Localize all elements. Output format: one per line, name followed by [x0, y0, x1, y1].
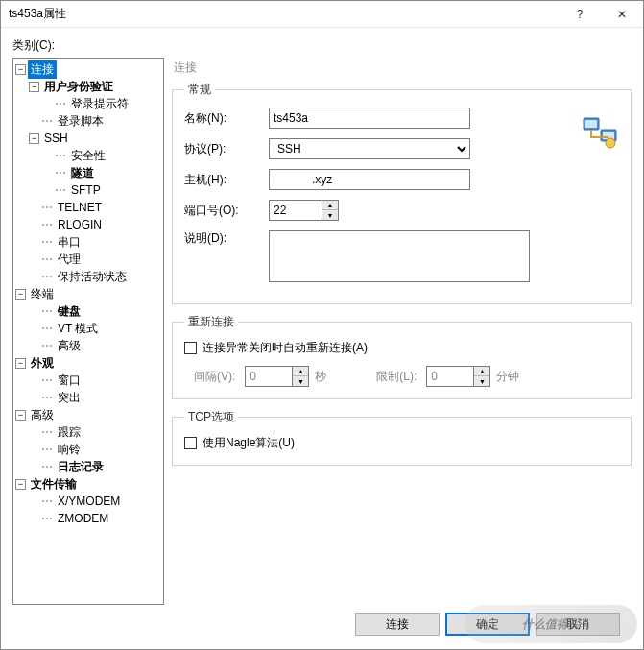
name-input[interactable]: [269, 108, 470, 129]
interval-spinner[interactable]: ▲▼: [245, 366, 309, 387]
tree-node-ssh[interactable]: − SSH: [29, 130, 163, 147]
help-button[interactable]: ?: [559, 1, 601, 28]
section-title: 连接: [174, 60, 632, 76]
collapse-icon[interactable]: −: [15, 479, 26, 490]
svg-rect-1: [585, 120, 597, 128]
tree-node-bell[interactable]: ⋯响铃: [29, 441, 163, 458]
dialog-footer: 连接 确定 取消: [12, 605, 632, 647]
cancel-button[interactable]: 取消: [536, 613, 620, 636]
collapse-icon[interactable]: −: [15, 289, 26, 300]
tree-node-file-transfer[interactable]: −文件传输: [15, 475, 163, 493]
minutes-label: 分钟: [496, 369, 519, 385]
interval-input[interactable]: [245, 366, 293, 387]
svg-point-4: [606, 138, 615, 148]
tree-node-log[interactable]: ⋯日志记录: [29, 458, 163, 475]
collapse-icon[interactable]: −: [29, 133, 39, 144]
tree-node-tunnel[interactable]: ⋯隧道: [42, 164, 163, 181]
category-tree[interactable]: − 连接 − 用户身份验证 ⋯登录提示符: [12, 58, 164, 605]
reconnect-group: 重新连接 连接异常关闭时自动重新连接(A) 间隔(V): ▲▼ 秒 限制(L: [172, 314, 632, 399]
tcp-group: TCP选项 使用Nagle算法(U): [172, 409, 632, 466]
spin-down-icon[interactable]: ▼: [322, 210, 338, 220]
limit-input[interactable]: [426, 366, 474, 387]
collapse-icon[interactable]: −: [15, 410, 26, 421]
tree-node-proxy[interactable]: ⋯代理: [29, 251, 163, 268]
desc-label: 说明(D):: [184, 230, 269, 247]
connect-button[interactable]: 连接: [355, 613, 440, 636]
tree-node-sftp[interactable]: ⋯SFTP: [42, 181, 163, 199]
general-legend: 常规: [184, 82, 215, 98]
host-input[interactable]: [269, 169, 470, 190]
tree-node-window[interactable]: ⋯窗口: [29, 372, 163, 389]
limit-spinner[interactable]: ▲▼: [426, 366, 490, 387]
tree-node-appearance[interactable]: −外观: [15, 354, 163, 372]
spin-up-icon[interactable]: ▲: [293, 367, 308, 376]
collapse-icon[interactable]: −: [15, 64, 26, 75]
port-spinner[interactable]: ▲▼: [269, 200, 339, 221]
tree-node-zmodem[interactable]: ⋯ZMODEM: [29, 510, 163, 527]
tree-node-keepalive[interactable]: ⋯保持活动状态: [29, 268, 163, 285]
tree-node-user-auth[interactable]: − 用户身份验证: [29, 78, 163, 95]
tree-node-keyboard[interactable]: ⋯键盘: [29, 302, 163, 320]
tree-node-security[interactable]: ⋯安全性: [42, 147, 163, 164]
spin-down-icon[interactable]: ▼: [474, 376, 489, 386]
spin-down-icon[interactable]: ▼: [293, 376, 308, 386]
tcp-legend: TCP选项: [184, 409, 238, 425]
dialog-body: 类别(C): − 连接 − 用户身份验证: [1, 28, 643, 649]
nagle-label: 使用Nagle算法(U): [203, 435, 295, 451]
tree-node-highlight[interactable]: ⋯突出: [29, 389, 163, 406]
ok-button[interactable]: 确定: [445, 613, 530, 636]
protocol-label: 协议(P):: [184, 141, 269, 157]
network-icon: [582, 114, 620, 149]
nagle-checkbox[interactable]: [184, 437, 197, 449]
close-button[interactable]: ✕: [601, 1, 643, 28]
tree-node-serial[interactable]: ⋯串口: [29, 233, 163, 251]
spin-up-icon[interactable]: ▲: [322, 201, 338, 210]
limit-label: 限制(L):: [376, 369, 417, 385]
tree-node-terminal-advanced[interactable]: ⋯高级: [29, 337, 163, 354]
name-label: 名称(N):: [184, 110, 269, 127]
tree-node-telnet[interactable]: ⋯TELNET: [29, 199, 163, 216]
spin-up-icon[interactable]: ▲: [474, 367, 489, 376]
titlebar: ts453a属性 ? ✕: [1, 1, 643, 28]
main-area: − 连接 − 用户身份验证 ⋯登录提示符: [12, 58, 632, 605]
tree-node-xymodem[interactable]: ⋯X/YMODEM: [29, 493, 163, 510]
settings-panel: 连接 常规 名称(N): 协议(P): SSH 主机(H):: [172, 58, 632, 605]
properties-dialog: ts453a属性 ? ✕ 类别(C): − 连接: [0, 0, 644, 650]
interval-label: 间隔(V):: [194, 369, 235, 385]
tree-node-advanced[interactable]: −高级: [15, 406, 163, 423]
tree-node-rlogin[interactable]: ⋯RLOGIN: [29, 216, 163, 233]
tree-node-vt-mode[interactable]: ⋯VT 模式: [29, 320, 163, 337]
category-label: 类别(C):: [12, 37, 632, 54]
tree-node-terminal[interactable]: −终端: [15, 285, 163, 302]
tree-node-login-prompt[interactable]: ⋯登录提示符: [42, 95, 163, 112]
tree-node-connection[interactable]: − 连接: [15, 60, 163, 78]
description-textarea[interactable]: [269, 230, 530, 282]
host-label: 主机(H):: [184, 172, 269, 188]
seconds-label: 秒: [315, 369, 326, 385]
general-group: 常规 名称(N): 协议(P): SSH 主机(H):: [172, 82, 632, 304]
auto-reconnect-label: 连接异常关闭时自动重新连接(A): [203, 340, 368, 356]
tree-node-trace[interactable]: ⋯跟踪: [29, 423, 163, 441]
window-title: ts453a属性: [9, 6, 559, 22]
port-input[interactable]: [269, 200, 322, 221]
protocol-select[interactable]: SSH: [269, 138, 470, 159]
collapse-icon[interactable]: −: [29, 82, 39, 92]
collapse-icon[interactable]: −: [15, 358, 26, 369]
tree-node-login-script[interactable]: ⋯登录脚本: [29, 112, 163, 130]
port-label: 端口号(O):: [184, 203, 269, 219]
reconnect-legend: 重新连接: [184, 314, 238, 330]
auto-reconnect-checkbox[interactable]: [184, 342, 197, 354]
